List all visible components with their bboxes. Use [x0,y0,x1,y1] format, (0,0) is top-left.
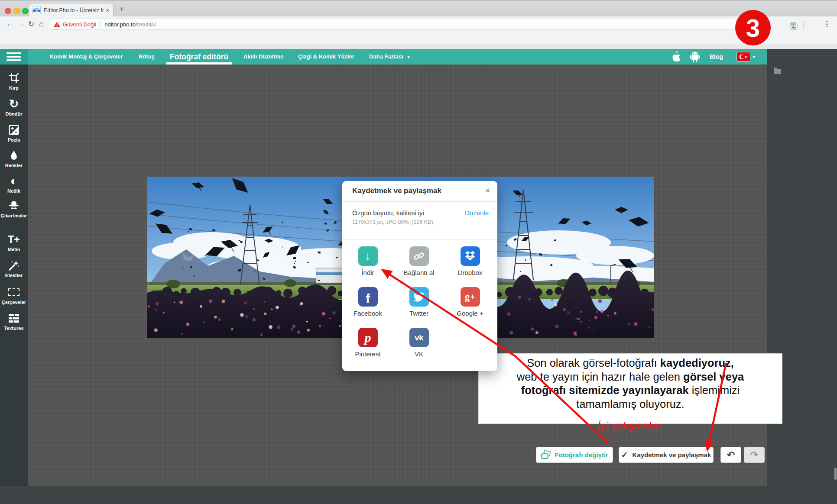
tool-sharpness[interactable]: ◐ Netlik [0,175,28,194]
reload-icon[interactable]: ↻ [28,19,34,29]
share-pinterest[interactable]: p Pinterest [342,328,393,368]
other-bookmarks-folder-icon[interactable] [774,69,781,74]
tool-exposure[interactable]: Pozla [0,124,28,142]
page-top-strip [0,45,837,49]
googleplus-icon: g+ [465,291,476,303]
share-facebook[interactable]: f Facebook [342,287,393,328]
edit-quality-link[interactable]: Düzenle [465,209,489,216]
url-host: editor.pho.to [104,21,136,28]
hamburger-bar [6,56,21,58]
tool-effects[interactable]: Efektler [0,259,28,278]
hamburger-bar [6,59,21,61]
tool-rotate[interactable]: ↻ Döndür [0,98,28,116]
frame-icon [0,286,28,298]
closing-wish: İyi çalışmalar. [479,420,782,433]
dropbox-icon [464,250,477,262]
forward-icon[interactable]: → [17,19,25,28]
share-twitter[interactable]: Twitter [393,287,444,328]
tool-stickers[interactable]: Çıkartmalar [0,200,28,218]
nav-item-fotograf-editoru[interactable]: Fotoğraf editörü [170,49,228,65]
window-close-button[interactable] [5,8,11,14]
share-grid: ↓ İndir Bağlantı al Dropbox f Facebook [342,239,497,368]
screenshot-extension-icon[interactable] [790,22,798,30]
facebook-icon: f [366,289,370,305]
back-icon[interactable]: ← [6,19,13,28]
change-photo-button[interactable]: Fotoğrafı değiştir [536,447,613,463]
new-tab-button[interactable]: + [116,3,127,15]
redo-button[interactable]: ↷ [744,447,765,463]
tool-text[interactable]: T+ Metin [0,233,28,252]
tool-frames[interactable]: Çerçeveler [0,286,28,305]
apple-app-link[interactable] [671,49,681,65]
share-download[interactable]: ↓ İndir [342,246,393,287]
nav-item-komik-montaj[interactable]: Komik Montaj & Çerçeveler [50,49,123,65]
site-navbar: Komik Montaj & Çerçeveler Rötuş Fotoğraf… [0,49,767,65]
toolbar-separator [803,21,804,29]
save-share-dialog: Kaydetmek ve paylaşmak × Özgün boyutu, k… [342,181,497,371]
security-warning-label[interactable]: Güvenli Değil [63,21,96,28]
language-selector[interactable]: ▾ [736,49,755,65]
rotate-icon: ↻ [0,98,28,110]
droplet-icon [0,149,28,162]
scrollbar-thumb[interactable] [834,468,837,480]
address-bar[interactable]: Güvenli Değil editor.pho.to/tr/edit/# [49,19,738,30]
dialog-header: Kaydetmek ve paylaşmak × [342,181,497,202]
phото-favicon: pho.to [32,6,41,14]
share-get-link[interactable]: Bağlantı al [393,246,444,287]
tab-close-icon[interactable]: × [106,7,110,13]
blog-link[interactable]: Blog [710,49,723,65]
bricks-icon [0,312,28,324]
hamburger-bar [6,52,21,54]
redo-icon: ↷ [750,449,758,461]
bookmarks-bar: Uygulamalar Diğer Yer İşaretleri [0,32,837,45]
share-vk[interactable]: vk VK [393,328,444,368]
tool-crop[interactable]: Kırp [0,72,28,90]
pinterest-icon: p [365,330,371,345]
close-icon[interactable]: × [485,186,490,195]
hamburger-menu-button[interactable] [0,49,28,65]
chevron-down-icon: ▾ [407,55,409,59]
twitter-icon [413,291,425,303]
tool-colors[interactable]: Renkler [0,149,28,168]
undo-button[interactable]: ↶ [720,447,741,463]
home-icon[interactable]: ⌂ [39,19,44,29]
download-icon: ↓ [365,250,371,262]
save-share-button[interactable]: ✓ Kaydetmek ve paylaşmak [619,447,714,463]
quality-label: Özgün boyutu, kalitesi iyi [352,209,424,216]
tool-textures[interactable]: Textures [0,312,28,331]
window-zoom-button[interactable] [22,8,29,14]
hat-mustache-icon [0,200,28,212]
tools-sidebar: Kırp ↻ Döndür Pozla Renkler ◐ Netlik Çık… [0,65,28,486]
step-number-badge: 3 [735,10,771,45]
dialog-title: Kaydetmek ve paylaşmak [352,187,441,195]
nav-item-cizgi-komik[interactable]: Çizgi & Komik Yüzler [298,49,354,65]
android-icon [690,51,700,62]
share-dropbox[interactable]: Dropbox [444,246,496,287]
security-warning-icon [54,22,60,27]
nav-item-akilli-duzeltme[interactable]: Akıllı Düzeltme [243,49,283,65]
check-icon: ✓ [621,450,628,460]
exposure-icon [0,124,28,136]
browser-menu-icon[interactable]: ⋮ [823,19,831,29]
quality-details: 1170x372 px, JPG 80%, (126 KB) [352,219,433,225]
window-minimize-button[interactable] [13,8,20,14]
tab-strip: pho.to Editor.Pho.to - Ücretsiz fotoğra … [0,0,837,16]
screen: pho.to Editor.Pho.to - Ücretsiz fotoğra … [0,0,837,504]
half-circle-icon: ◐ [0,175,28,187]
quality-section: Özgün boyutu, kalitesi iyi 1170x372 px, … [342,202,497,240]
undo-icon: ↶ [727,449,735,461]
nav-item-daha-fazlasi[interactable]: Daha Fazlası ▾ [369,49,409,65]
android-app-link[interactable] [690,49,700,65]
nav-item-rotus[interactable]: Rötuş [139,49,155,65]
browser-tab[interactable]: pho.to Editor.Pho.to - Ücretsiz fotoğra … [29,3,114,17]
url-path: /tr/edit/# [136,21,156,28]
text-icon: T+ [0,233,28,246]
other-bookmarks-label[interactable]: Diğer Yer İşaretleri [785,68,829,74]
chevron-down-icon: ▾ [753,55,755,59]
magic-wand-icon [0,259,28,271]
turkish-flag-icon [736,52,750,61]
vk-icon: vk [415,333,423,342]
change-photo-icon [541,450,551,460]
share-googleplus[interactable]: g+ Google + [444,287,496,328]
tutorial-note: Son olarak görsel-fotoğrafı kaydediyoruz… [478,353,782,424]
